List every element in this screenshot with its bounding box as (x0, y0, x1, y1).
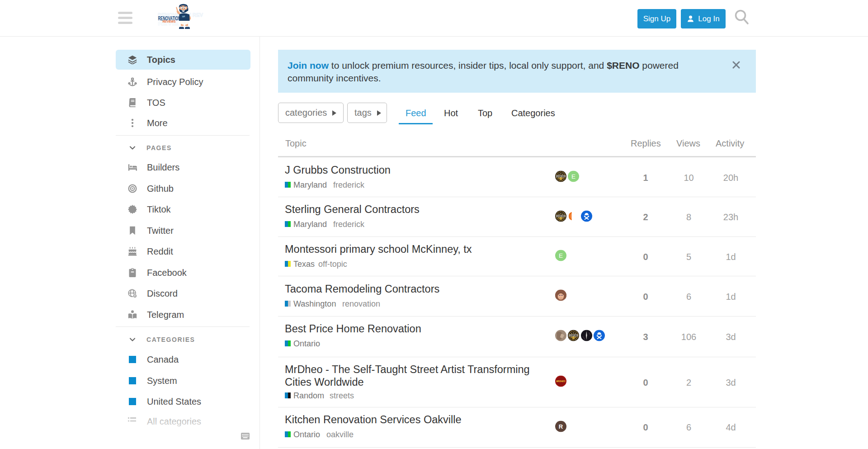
svg-text:E: E (571, 173, 576, 180)
svg-text:RENOVATION: RENOVATION (557, 215, 565, 217)
svg-text:REVIEWS: REVIEWS (163, 20, 176, 23)
svg-text:MRDHEO: MRDHEO (556, 380, 566, 383)
svg-text:E: E (558, 252, 562, 259)
svg-text:RENOVATION: RENOVATION (557, 175, 565, 177)
svg-text:R: R (558, 423, 563, 430)
svg-text:LP: LP (182, 15, 184, 18)
svg-text:RENOVATION: RENOVATION (569, 335, 577, 336)
